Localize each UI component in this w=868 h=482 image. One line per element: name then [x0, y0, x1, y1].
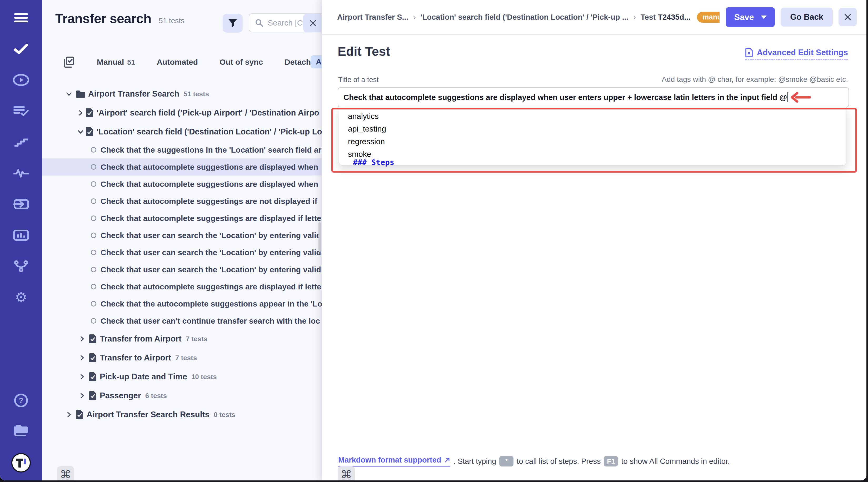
command-key-badge[interactable]: ⌘	[57, 466, 74, 480]
filter-button[interactable]	[223, 14, 243, 33]
breadcrumb-separator: ›	[413, 12, 416, 22]
tab-out-of-sync[interactable]: Out of sync	[219, 58, 263, 67]
tree-item[interactable]: Check that autocomplete suggestings are …	[42, 278, 321, 295]
tree-scrollbar[interactable]	[318, 222, 321, 252]
tree-item-label: Check that autocomplete suggestings are …	[100, 282, 321, 291]
suite-doc-icon	[89, 372, 97, 382]
tree-item[interactable]: Transfer from Airport 7 tests	[42, 329, 321, 348]
tree-item[interactable]: Check that user can search the 'Location…	[42, 227, 321, 244]
chevron-icon[interactable]	[78, 355, 87, 361]
markdown-supported-link[interactable]: Markdown format supported	[338, 456, 450, 467]
edit-test-panel: Airport Transfer S... › 'Location' searc…	[321, 0, 866, 480]
chevron-icon[interactable]	[78, 374, 87, 380]
text-cursor	[787, 92, 788, 102]
tree-item-label: 'Airport' search field ('Pick-up Airport…	[97, 108, 319, 118]
tree-item[interactable]: Check that autocomplete suggestions are …	[42, 158, 321, 175]
tree-item[interactable]: Check that autocomplete suggestings are …	[42, 193, 321, 210]
list-check-icon[interactable]	[11, 105, 31, 117]
tag-option-smoke[interactable]: smoke	[339, 148, 846, 160]
gear-icon[interactable]: ⚙	[11, 291, 31, 303]
tree-item[interactable]: Airport Transfer Search Results 0 tests	[42, 405, 321, 424]
tree-item[interactable]: Transfer to Airport 7 tests	[42, 348, 321, 367]
close-icon	[844, 13, 852, 21]
external-link-icon	[444, 457, 450, 463]
tree-item-label: Check that user can search the 'Location…	[100, 248, 321, 257]
breadcrumb: Airport Transfer S... › 'Location' searc…	[333, 11, 719, 23]
tests-check-icon[interactable]	[11, 43, 31, 55]
editor-steps-markdown[interactable]: ### Steps	[353, 158, 394, 167]
tree-item-count: 10 tests	[191, 373, 217, 381]
bar-chart-icon[interactable]	[11, 229, 31, 242]
tree-item[interactable]: Check that user can search the 'Location…	[42, 261, 321, 278]
tree-item[interactable]: Passenger 6 tests	[42, 386, 321, 405]
chevron-icon[interactable]	[78, 393, 87, 398]
tree-item[interactable]: Check that user can search the 'Location…	[42, 244, 321, 261]
test-status-icon	[91, 198, 96, 204]
suite-doc-icon	[75, 410, 84, 420]
tree-item[interactable]: 'Location' search field ('Destination Lo…	[42, 122, 321, 141]
branch-icon[interactable]	[11, 260, 31, 272]
advanced-edit-settings-link[interactable]: Advanced Edit Settings	[745, 48, 848, 60]
folders-icon[interactable]	[11, 424, 31, 436]
tree-item-label: Pick-up Date and Time	[100, 372, 187, 382]
test-status-icon	[91, 250, 96, 255]
pulse-icon[interactable]	[11, 167, 31, 180]
chevron-icon[interactable]	[78, 129, 84, 135]
chevron-icon[interactable]	[64, 91, 73, 97]
tab-automated[interactable]: Automated	[157, 58, 198, 67]
suite-doc-icon	[89, 353, 97, 363]
tree-item[interactable]: Pick-up Date and Time 10 tests	[42, 367, 321, 386]
tree-item-label: Passenger	[100, 391, 141, 400]
save-dropdown-caret-icon[interactable]	[761, 15, 767, 19]
test-status-icon	[91, 147, 96, 153]
bulk-select-icon[interactable]	[62, 56, 75, 68]
tree-item[interactable]: Check that autocomplete suggestions are …	[42, 175, 321, 193]
tree-item[interactable]: 'Airport' search field ('Pick-up Airport…	[42, 103, 321, 122]
go-back-button[interactable]: Go Back	[781, 8, 833, 27]
test-status-icon	[91, 301, 96, 307]
filter-icon	[228, 19, 238, 28]
command-key-badge[interactable]: ⌘	[338, 466, 355, 480]
test-tree-panel: Transfer search 51 tests Search [C Manua…	[42, 0, 321, 480]
tree-item[interactable]: Check that autocomplete suggestings are …	[42, 210, 321, 227]
steps-icon[interactable]	[11, 136, 31, 149]
hint-text: to call list of steps. Press	[517, 457, 600, 466]
tag-option-regression[interactable]: regression	[339, 135, 846, 148]
breadcrumb-item-test[interactable]: Test T2435d...	[641, 13, 691, 22]
tree-item-label: Check that user can search the 'Location…	[100, 231, 321, 240]
test-status-icon	[91, 233, 96, 238]
topbar-actions: Save Go Back	[726, 7, 857, 27]
save-button[interactable]: Save	[726, 7, 775, 27]
chevron-icon[interactable]	[78, 336, 87, 342]
tag-option-api-testing[interactable]: api_testing	[339, 123, 846, 135]
tree-item[interactable]: Check that the suggestions in the 'Locat…	[42, 141, 321, 158]
tab-aut-pill[interactable]: Aut	[311, 55, 321, 68]
breadcrumb-item-project[interactable]: Airport Transfer S...	[337, 13, 408, 22]
test-status-icon	[91, 216, 96, 221]
svg-text:?: ?	[19, 396, 24, 405]
tree-item[interactable]: Check that user can't continue transfer …	[42, 312, 321, 329]
suite-doc-icon	[89, 391, 97, 401]
tab-manual[interactable]: Manual51	[97, 58, 135, 67]
help-icon[interactable]: ?	[11, 394, 31, 407]
hint-text: . Start typing	[454, 457, 496, 466]
test-status-icon	[91, 284, 96, 289]
chevron-icon[interactable]	[78, 110, 84, 116]
close-panel-button[interactable]	[839, 8, 857, 26]
chevron-icon[interactable]	[64, 412, 73, 418]
tree-item[interactable]: Airport Transfer Search 51 tests	[42, 85, 321, 103]
avatar[interactable]	[11, 453, 31, 473]
test-status-icon	[91, 181, 96, 187]
tag-option-analytics[interactable]: analytics	[339, 110, 846, 123]
search-icon	[255, 19, 264, 27]
sign-in-icon[interactable]	[11, 198, 31, 211]
breadcrumb-item-suite[interactable]: 'Location' search field ('Destination Lo…	[421, 13, 628, 22]
advanced-settings-icon	[745, 48, 753, 57]
tree-item-label: Check that the suggestions in the 'Locat…	[100, 146, 321, 155]
tree-item[interactable]: Check that the autocomplete suggestions …	[42, 295, 321, 312]
tree-item-count: 0 tests	[214, 411, 235, 419]
test-title-input[interactable]: Check that autocomplete suggestions are …	[338, 87, 849, 107]
menu-icon[interactable]	[11, 11, 31, 24]
play-circle-icon[interactable]	[11, 74, 31, 86]
clear-search-button[interactable]	[303, 14, 321, 32]
